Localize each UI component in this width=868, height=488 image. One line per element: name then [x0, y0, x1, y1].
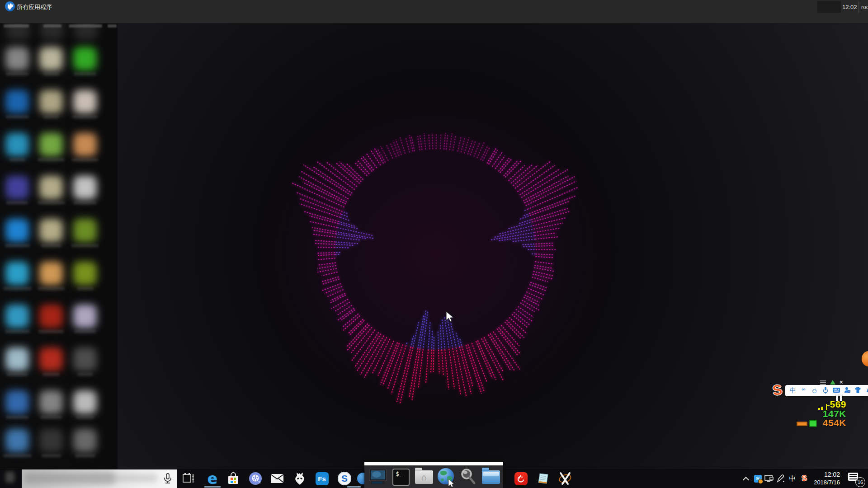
sidebar-app-blob[interactable] [6, 23, 30, 40]
sidebar-app-blob[interactable] [73, 429, 97, 452]
foobar2000-button[interactable] [292, 470, 308, 487]
blurred-app-label [75, 454, 95, 457]
sidebar-app-blob[interactable] [39, 219, 63, 242]
sidebar-app-blob[interactable] [39, 390, 63, 414]
dock-home-folder[interactable]: ⌂ [414, 467, 434, 487]
blurred-app-label [76, 416, 94, 419]
topbar-search-box[interactable] [817, 1, 841, 13]
dock-web-browser[interactable] [436, 467, 456, 487]
sidebar-app-blob[interactable] [5, 219, 29, 242]
sidebar-app-blob[interactable] [5, 262, 29, 285]
search-mic-icon[interactable] [163, 473, 173, 485]
sidebar-app-blob[interactable] [73, 133, 97, 156]
sogou-collapse-icon[interactable] [830, 380, 835, 385]
blurred-app-label [40, 416, 62, 419]
edge-browser-button[interactable]: e [204, 470, 221, 487]
sogou-mini-controls: × [820, 379, 843, 385]
sogou-ime-mode[interactable]: 中 [789, 387, 796, 395]
sogou-keyboard-icon[interactable] [833, 387, 840, 394]
store-bag-icon [227, 472, 240, 485]
sogou-punct-icon[interactable]: °’ [800, 387, 807, 394]
s-browser-button[interactable]: S [336, 470, 353, 487]
launcher-logo-icon[interactable] [5, 1, 15, 11]
task-view-button[interactable] [180, 470, 197, 487]
sidebar-app-blob[interactable] [39, 176, 63, 199]
menu-icon[interactable]: ☰ [45, 4, 49, 9]
netease-music-button[interactable] [513, 470, 529, 487]
blurred-app-label [38, 287, 65, 290]
sidebar-app-blob[interactable] [5, 305, 29, 328]
sidebar-app-blob[interactable] [73, 390, 97, 414]
taskbar-search-input[interactable] [22, 469, 177, 488]
sidebar-app-blob[interactable] [5, 347, 29, 371]
topbar-clock: 12:02 [842, 4, 857, 10]
chevron-up-icon [743, 477, 749, 483]
edge-icon: e [208, 470, 217, 488]
dock-search[interactable] [458, 467, 478, 487]
tray-pen-button[interactable] [775, 470, 787, 487]
x-server-button[interactable] [557, 470, 573, 487]
current-user-label[interactable]: root [861, 4, 868, 10]
sogou-logo-icon[interactable]: S [772, 381, 788, 398]
dock-my-computer[interactable] [368, 467, 388, 487]
film-reel-icon [249, 472, 262, 485]
notepad-icon [537, 472, 550, 485]
fs-app-button[interactable]: Fs [314, 470, 330, 487]
x-server-icon [558, 472, 572, 485]
sogou-emoji-icon[interactable]: ☺ [811, 387, 818, 394]
open-app-indicator [347, 486, 361, 488]
sidebar-app-blob[interactable] [73, 176, 97, 199]
video-app-button[interactable] [247, 470, 264, 487]
sidebar-app-blob[interactable] [5, 90, 29, 113]
tray-ime-button[interactable]: 中 [787, 470, 798, 487]
sidebar-app-blob[interactable] [39, 429, 63, 452]
sogou-voice-icon[interactable] [822, 387, 829, 395]
mail-button[interactable] [269, 470, 285, 487]
sidebar-app-blob[interactable] [73, 219, 97, 242]
sidebar-app-blob[interactable] [39, 47, 63, 70]
sidebar-app-blob[interactable] [73, 262, 97, 285]
sidebar-app-blob[interactable] [5, 47, 29, 70]
sidebar-app-blob[interactable] [73, 90, 97, 113]
sogou-skin-icon[interactable] [854, 387, 861, 394]
fs-icon: Fs [316, 472, 329, 485]
tray-clock[interactable]: 12:02 2018/7/16 [814, 471, 840, 486]
tray-expand-button[interactable] [741, 470, 751, 487]
sogou-account-icon[interactable]: 6 [844, 387, 850, 394]
sidebar-app-blob[interactable] [5, 429, 29, 452]
sidebar-app-blob[interactable] [5, 390, 29, 414]
sidebar-app-blob[interactable] [40, 23, 64, 40]
sogou-close-icon[interactable]: × [840, 379, 843, 385]
sidebar-app-blob[interactable] [73, 47, 97, 70]
tray-display-button[interactable] [763, 470, 775, 487]
store-button[interactable] [225, 470, 241, 487]
tray-sogou-button[interactable]: S [798, 470, 810, 487]
sidebar-app-blob[interactable] [74, 23, 98, 40]
sogou-tray-icon: S [800, 474, 809, 483]
sogou-menu-icon[interactable] [820, 380, 826, 385]
sidebar-app-blob[interactable] [73, 305, 97, 328]
tray-time: 12:02 [814, 471, 840, 479]
sogou-settings-wrench-icon[interactable] [865, 387, 868, 394]
sidebar-app-blob[interactable] [5, 176, 29, 199]
sidebar-app-blob[interactable] [39, 90, 63, 113]
dock-file-manager[interactable] [481, 467, 501, 487]
display-icon [764, 474, 774, 483]
sidebar-app-blob[interactable] [5, 133, 29, 156]
home-folder-icon: ⌂ [415, 470, 433, 484]
action-center-button[interactable]: 16 [848, 473, 865, 486]
start-button[interactable] [5, 472, 14, 483]
blurred-app-label [38, 201, 65, 204]
stat-green-square-icon [809, 420, 817, 427]
tray-sync-button[interactable]: ✻ [752, 470, 764, 487]
sidebar-app-blob[interactable] [39, 305, 63, 328]
dock-terminal[interactable]: $_ [391, 467, 411, 487]
notepad-button[interactable] [535, 470, 552, 487]
sidebar-app-blob[interactable] [39, 347, 63, 371]
sidebar-app-blob[interactable] [39, 133, 63, 156]
blurred-app-label [5, 330, 30, 333]
hand-glyph [5, 1, 15, 11]
sidebar-app-blob[interactable] [73, 347, 97, 371]
task-view-icon [182, 473, 195, 484]
sidebar-app-blob[interactable] [39, 262, 63, 285]
